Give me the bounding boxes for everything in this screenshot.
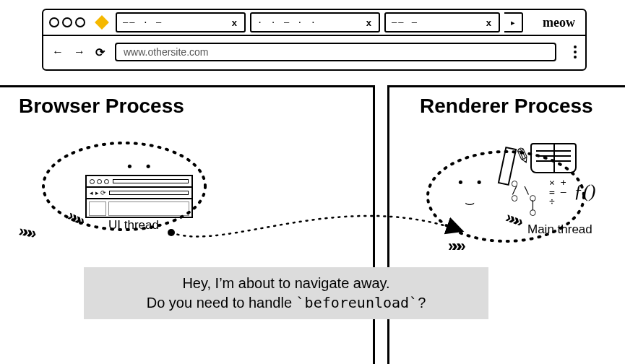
math-ops-icon: × + = — ÷ bbox=[549, 178, 566, 206]
tab-1-close-icon[interactable]: x bbox=[232, 17, 238, 28]
renderer-process-title: Renderer Process bbox=[420, 95, 625, 118]
ui-thread-label: UI thread bbox=[108, 218, 159, 233]
back-icon[interactable]: ← bbox=[52, 46, 64, 58]
ipc-message: Hey, I’m about to navigate away. Do you … bbox=[84, 267, 488, 319]
tab-3-label: —— — bbox=[392, 17, 480, 27]
face-icon: • • ‿ bbox=[457, 175, 485, 205]
menu-icon[interactable] bbox=[574, 46, 577, 58]
tab-strip: —— · — x · · — · · x —— — x ▸ meow bbox=[43, 10, 585, 36]
tab-2-label: · · — · · bbox=[257, 17, 361, 27]
tab-1[interactable]: —— · — x bbox=[116, 12, 246, 32]
function-icon: ƒ() bbox=[574, 181, 595, 202]
reload-icon[interactable]: ⟳ bbox=[95, 46, 105, 59]
main-thread-character: • • ‿ ✎ ○ / \ ○ ○ | ○ × + = — ÷ ƒ() Main… bbox=[405, 137, 621, 267]
toolbar: ← → ⟳ www.othersite.com bbox=[43, 36, 585, 68]
forward-icon[interactable]: → bbox=[74, 46, 85, 58]
browser-window: —— · — x · · — · · x —— — x ▸ meow ← → ⟳… bbox=[42, 9, 587, 71]
ipc-message-line2: Do you need to handle `beforeunload`? bbox=[147, 293, 426, 313]
address-bar[interactable]: www.othersite.com bbox=[115, 43, 556, 61]
browser-process-title: Browser Process bbox=[19, 95, 373, 118]
ui-thread-character: • • ‿ ◂ ▸ ⟳ UI thread »»» »»» bbox=[45, 137, 225, 253]
brand-diamond-icon bbox=[95, 15, 109, 30]
brand-text: meow bbox=[543, 15, 579, 30]
chevrons-icon: »»» bbox=[64, 206, 85, 228]
tab-3[interactable]: —— — x bbox=[384, 12, 500, 32]
book-icon bbox=[530, 143, 577, 173]
ipc-message-line1: Hey, I’m about to navigate away. bbox=[182, 274, 389, 293]
window-controls bbox=[49, 17, 85, 27]
mini-browser-icon: ◂ ▸ ⟳ bbox=[85, 175, 193, 218]
address-bar-text: www.othersite.com bbox=[124, 46, 208, 58]
tab-overflow-icon[interactable]: ▸ bbox=[504, 12, 523, 32]
tab-2-close-icon[interactable]: x bbox=[366, 17, 373, 28]
tab-1-label: —— · — bbox=[123, 17, 226, 27]
tab-3-close-icon[interactable]: x bbox=[486, 17, 493, 28]
main-thread-label: Main thread bbox=[527, 222, 592, 237]
tools-doodle: ✎ ○ / \ ○ ○ | ○ × + = — ÷ ƒ() bbox=[501, 144, 617, 217]
chevrons-icon: »»» bbox=[448, 237, 462, 256]
tab-2[interactable]: · · — · · x bbox=[250, 12, 380, 32]
